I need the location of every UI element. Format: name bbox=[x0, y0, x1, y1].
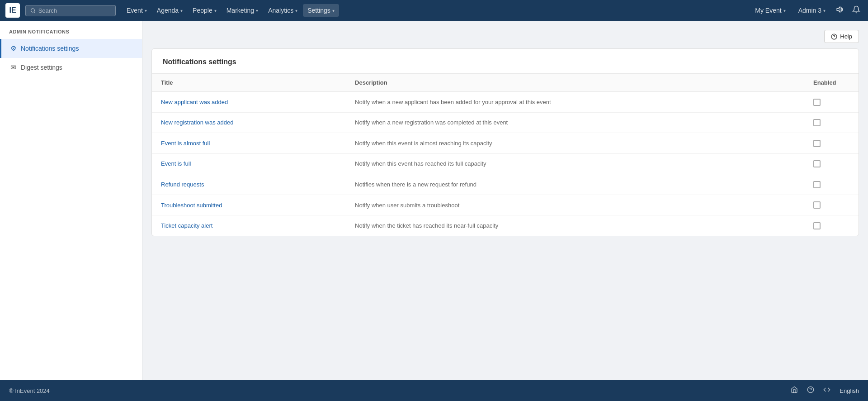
svg-point-0 bbox=[31, 9, 34, 12]
search-container[interactable] bbox=[25, 5, 116, 16]
table-row: Event is almost full Notify when this ev… bbox=[152, 133, 859, 154]
chevron-down-icon: ▾ bbox=[180, 8, 183, 13]
home-icon[interactable] bbox=[791, 386, 798, 395]
body-layout: ADMIN NOTIFICATIONS ⚙ Notifications sett… bbox=[0, 21, 868, 380]
cell-title-2: Event is almost full bbox=[152, 133, 346, 154]
checkbox-6[interactable] bbox=[813, 222, 821, 229]
cell-enabled-3[interactable] bbox=[804, 153, 859, 174]
megaphone-icon[interactable] bbox=[834, 3, 846, 18]
chevron-down-icon: ▾ bbox=[823, 8, 826, 13]
language-selector[interactable]: English bbox=[840, 387, 859, 394]
cell-description-5: Notify when user submits a troubleshoot bbox=[346, 195, 804, 215]
chevron-down-icon: ▾ bbox=[295, 8, 297, 13]
question-footer-icon[interactable] bbox=[807, 386, 814, 395]
table-body: New applicant was added Notify when a ne… bbox=[152, 92, 859, 236]
sidebar-item-digest-settings[interactable]: ✉ Digest settings bbox=[0, 58, 142, 77]
question-icon bbox=[831, 33, 837, 40]
cell-description-4: Notifies when there is a new request for… bbox=[346, 174, 804, 195]
footer-right: English bbox=[791, 386, 859, 395]
gear-icon: ⚙ bbox=[10, 44, 16, 53]
cell-title-0: New applicant was added bbox=[152, 92, 346, 113]
code-icon[interactable] bbox=[823, 386, 830, 395]
chevron-down-icon: ▾ bbox=[214, 8, 217, 13]
nav-menu: Event ▾ Agenda ▾ People ▾ Marketing ▾ An… bbox=[122, 4, 749, 17]
checkbox-3[interactable] bbox=[813, 160, 821, 167]
table-row: Troubleshoot submitted Notify when user … bbox=[152, 195, 859, 215]
search-input[interactable] bbox=[38, 7, 111, 14]
nav-item-settings[interactable]: Settings ▾ bbox=[303, 4, 339, 17]
cell-title-3: Event is full bbox=[152, 153, 346, 174]
table-row: Ticket capacity alert Notify when the ti… bbox=[152, 215, 859, 236]
cell-description-0: Notify when a new applicant has been add… bbox=[346, 92, 804, 113]
help-btn-container: Help bbox=[151, 30, 859, 43]
col-title-header: Title bbox=[152, 74, 346, 92]
my-event-button[interactable]: My Event ▾ bbox=[750, 5, 790, 16]
logo[interactable]: IE bbox=[5, 3, 20, 18]
cell-title-5: Troubleshoot submitted bbox=[152, 195, 346, 215]
chevron-down-icon: ▾ bbox=[256, 8, 258, 13]
cell-description-1: Notify when a new registration was compl… bbox=[346, 112, 804, 133]
notifications-table: Title Description Enabled New applicant … bbox=[152, 74, 859, 236]
cell-enabled-4[interactable] bbox=[804, 174, 859, 195]
checkbox-0[interactable] bbox=[813, 99, 821, 106]
top-nav: IE Event ▾ Agenda ▾ People ▾ Marketing ▾… bbox=[0, 0, 868, 21]
bell-icon[interactable] bbox=[850, 3, 863, 18]
footer-copyright: ® InEvent 2024 bbox=[9, 387, 791, 394]
table-header: Title Description Enabled bbox=[152, 74, 859, 92]
col-enabled-header: Enabled bbox=[804, 74, 859, 92]
sidebar-section-title: ADMIN NOTIFICATIONS bbox=[0, 21, 142, 39]
nav-right: My Event ▾ Admin 3 ▾ bbox=[750, 3, 863, 18]
table-row: Event is full Notify when this event has… bbox=[152, 153, 859, 174]
table-row: New applicant was added Notify when a ne… bbox=[152, 92, 859, 113]
table-row: New registration was added Notify when a… bbox=[152, 112, 859, 133]
checkbox-5[interactable] bbox=[813, 201, 821, 209]
checkbox-2[interactable] bbox=[813, 140, 821, 147]
notifications-card-title: Notifications settings bbox=[152, 49, 859, 74]
envelope-icon: ✉ bbox=[10, 63, 16, 72]
notifications-card: Notifications settings Title Description… bbox=[151, 48, 859, 236]
cell-description-2: Notify when this event is almost reachin… bbox=[346, 133, 804, 154]
nav-item-people[interactable]: People ▾ bbox=[188, 4, 221, 17]
sidebar: ADMIN NOTIFICATIONS ⚙ Notifications sett… bbox=[0, 21, 142, 380]
cell-title-6: Ticket capacity alert bbox=[152, 215, 346, 236]
chevron-down-icon: ▾ bbox=[332, 8, 335, 13]
chevron-down-icon: ▾ bbox=[783, 8, 786, 13]
cell-description-6: Notify when the ticket has reached its n… bbox=[346, 215, 804, 236]
svg-line-1 bbox=[34, 11, 35, 12]
nav-item-event[interactable]: Event ▾ bbox=[122, 4, 151, 17]
footer: ® InEvent 2024 English bbox=[0, 380, 868, 401]
cell-description-3: Notify when this event has reached its f… bbox=[346, 153, 804, 174]
table-row: Refund requests Notifies when there is a… bbox=[152, 174, 859, 195]
checkbox-4[interactable] bbox=[813, 181, 821, 188]
cell-enabled-5[interactable] bbox=[804, 195, 859, 215]
col-description-header: Description bbox=[346, 74, 804, 92]
cell-enabled-0[interactable] bbox=[804, 92, 859, 113]
cell-enabled-2[interactable] bbox=[804, 133, 859, 154]
nav-item-marketing[interactable]: Marketing ▾ bbox=[222, 4, 263, 17]
cell-enabled-1[interactable] bbox=[804, 112, 859, 133]
sidebar-item-notifications-settings[interactable]: ⚙ Notifications settings bbox=[0, 39, 142, 58]
chevron-down-icon: ▾ bbox=[145, 8, 147, 13]
checkbox-1[interactable] bbox=[813, 119, 821, 126]
cell-enabled-6[interactable] bbox=[804, 215, 859, 236]
cell-title-4: Refund requests bbox=[152, 174, 346, 195]
nav-item-analytics[interactable]: Analytics ▾ bbox=[264, 4, 302, 17]
search-icon bbox=[30, 8, 36, 14]
help-button[interactable]: Help bbox=[824, 30, 859, 43]
nav-item-agenda[interactable]: Agenda ▾ bbox=[152, 4, 187, 17]
admin-button[interactable]: Admin 3 ▾ bbox=[794, 5, 830, 16]
main-content: Help Notifications settings Title Descri… bbox=[142, 21, 868, 380]
cell-title-1: New registration was added bbox=[152, 112, 346, 133]
